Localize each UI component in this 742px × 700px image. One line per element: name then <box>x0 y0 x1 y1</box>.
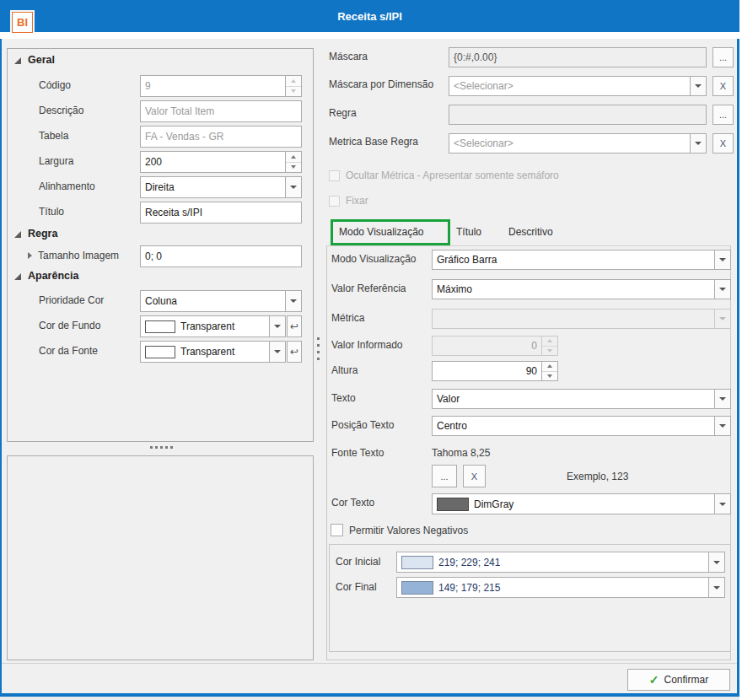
reset-color-icon[interactable]: ↩ <box>287 315 302 337</box>
descricao-label: Descrição <box>39 105 83 116</box>
valor-informado-field: 0 <box>432 336 558 356</box>
cor-final-label: Cor Final <box>336 581 377 593</box>
tamanho-imagem-field[interactable]: 0; 0 <box>140 245 302 267</box>
altura-spinner[interactable] <box>541 362 557 380</box>
mascara-dimensao-dropdown[interactable]: <Selecionar> <box>449 76 707 96</box>
fixar-checkbox-label: Fixar <box>346 195 368 207</box>
section-header-aparencia[interactable]: Aparência <box>28 270 78 282</box>
cor-final-value: 149; 179; 215 <box>438 582 500 594</box>
tab-descritivo[interactable]: Descritivo <box>508 226 553 238</box>
chevron-down-icon[interactable] <box>714 390 730 408</box>
horizontal-splitter[interactable] <box>150 446 173 449</box>
largura-field[interactable]: 200 <box>140 151 302 173</box>
metrica-base-regra-clear-button[interactable]: X <box>712 133 734 153</box>
reset-color-icon[interactable]: ↩ <box>287 341 302 363</box>
vertical-splitter[interactable] <box>317 337 320 360</box>
section-header-regra[interactable]: Regra <box>28 228 57 240</box>
posicao-texto-value: Centro <box>437 420 467 432</box>
chevron-down-icon[interactable] <box>285 177 301 197</box>
mascara-browse-button[interactable]: ... <box>712 47 734 67</box>
chevron-down-icon[interactable] <box>708 578 724 597</box>
cor-texto-value: DimGray <box>474 498 513 510</box>
alinhamento-dropdown[interactable]: Direita <box>140 176 302 198</box>
posicao-texto-label: Posição Texto <box>331 419 395 431</box>
cor-da-fonte-dropdown[interactable]: Transparent <box>140 341 286 363</box>
property-grid-panel: Geral Código 9 Descrição Valor Total Ite… <box>7 48 314 442</box>
color-swatch <box>401 556 433 569</box>
chevron-down-icon[interactable] <box>690 77 706 95</box>
descricao-field: Valor Total Item <box>140 100 302 122</box>
largura-spinner[interactable] <box>285 152 301 172</box>
section-header-geral[interactable]: Geral <box>28 54 55 66</box>
confirmar-button-label: Confirmar <box>664 674 709 686</box>
cor-inicial-dropdown[interactable]: 219; 229; 241 <box>396 552 725 573</box>
check-icon: ✓ <box>649 673 659 687</box>
cor-inicial-label: Cor Inicial <box>336 556 380 568</box>
altura-field[interactable]: 90 <box>432 361 558 381</box>
clear-icon: X <box>720 138 726 148</box>
tab-titulo[interactable]: Título <box>456 226 481 238</box>
chevron-down-icon[interactable] <box>285 291 301 311</box>
prioridade-cor-dropdown[interactable]: Coluna <box>140 290 302 312</box>
cor-texto-dropdown[interactable]: DimGray <box>432 493 731 514</box>
valor-informado-value: 0 <box>531 340 537 352</box>
chevron-down-icon[interactable] <box>708 552 724 572</box>
valor-informado-spinner <box>541 337 557 355</box>
metrica-base-regra-value: <Selecionar> <box>454 137 513 149</box>
bottom-strip <box>0 697 739 700</box>
posicao-texto-dropdown[interactable]: Centro <box>432 416 731 436</box>
fixar-checkbox <box>329 196 340 207</box>
permitir-valores-negativos-checkbox[interactable] <box>331 524 343 536</box>
texto-dropdown[interactable]: Valor <box>432 389 731 409</box>
tamanho-imagem-value: 0; 0 <box>145 250 162 262</box>
codigo-field: 9 <box>140 75 302 97</box>
collapse-icon-geral[interactable] <box>14 57 21 64</box>
titulo-label: Título <box>39 206 64 218</box>
mascara-label: Máscara <box>329 51 368 62</box>
ellipsis-icon: ... <box>719 52 727 62</box>
fonte-texto-value: Tahoma 8,25 <box>432 447 490 459</box>
ocultar-metrica-checkbox <box>329 170 340 181</box>
metrica-base-regra-label: Metrica Base Regra <box>329 136 418 148</box>
modo-visualizacao-dropdown[interactable]: Gráfico Barra <box>432 250 731 270</box>
cor-final-dropdown[interactable]: 149; 179; 215 <box>396 577 725 598</box>
cor-de-fundo-value: Transparent <box>180 320 234 332</box>
confirmar-button[interactable]: ✓ Confirmar <box>627 669 730 691</box>
texto-value: Valor <box>437 393 460 405</box>
chevron-down-icon[interactable] <box>714 280 730 299</box>
collapse-icon-regra[interactable] <box>14 231 21 238</box>
tabela-value: FA - Vendas - GR <box>145 131 223 143</box>
mascara-dimensao-clear-button[interactable]: X <box>712 76 734 96</box>
cor-de-fundo-dropdown[interactable]: Transparent <box>140 315 286 337</box>
mascara-dimensao-label: Máscara por Dimensão <box>329 78 433 90</box>
largura-value: 200 <box>145 156 162 168</box>
app-icon: BI <box>12 12 33 33</box>
regra-browse-button[interactable]: ... <box>712 105 734 125</box>
title-bar[interactable]: Receita s/IPI <box>0 0 739 32</box>
chevron-down-icon[interactable] <box>714 250 730 269</box>
metrica-base-regra-dropdown[interactable]: <Selecionar> <box>449 133 707 153</box>
expand-icon-tamanho-imagem[interactable] <box>28 252 32 259</box>
titulo-field[interactable]: Receita s/IPI <box>140 202 302 223</box>
valor-referencia-label: Valor Referência <box>331 283 406 294</box>
chevron-down-icon[interactable] <box>714 494 730 514</box>
chevron-down-icon <box>714 310 730 328</box>
fonte-browse-button[interactable]: ... <box>432 465 457 487</box>
ellipsis-icon: ... <box>440 471 448 482</box>
clear-icon: X <box>720 81 726 91</box>
valor-referencia-dropdown[interactable]: Máximo <box>432 279 731 299</box>
chevron-down-icon[interactable] <box>714 417 730 435</box>
prioridade-cor-label: Prioridade Cor <box>39 294 104 306</box>
permitir-valores-negativos-label: Permitir Valores Negativos <box>349 525 468 536</box>
metrica-dropdown <box>432 309 731 329</box>
cor-de-fundo-label: Cor de Fundo <box>39 320 100 331</box>
collapse-icon-aparencia[interactable] <box>14 273 21 280</box>
chevron-down-icon[interactable] <box>690 134 706 153</box>
cor-inicial-value: 219; 229; 241 <box>438 557 500 568</box>
fonte-clear-button[interactable]: X <box>463 465 486 487</box>
window-border-left <box>0 39 2 697</box>
mascara-value: {0:#,0.00} <box>454 51 497 63</box>
chevron-down-icon[interactable] <box>269 342 285 362</box>
chevron-down-icon[interactable] <box>269 316 285 337</box>
texto-label: Texto <box>331 392 356 404</box>
